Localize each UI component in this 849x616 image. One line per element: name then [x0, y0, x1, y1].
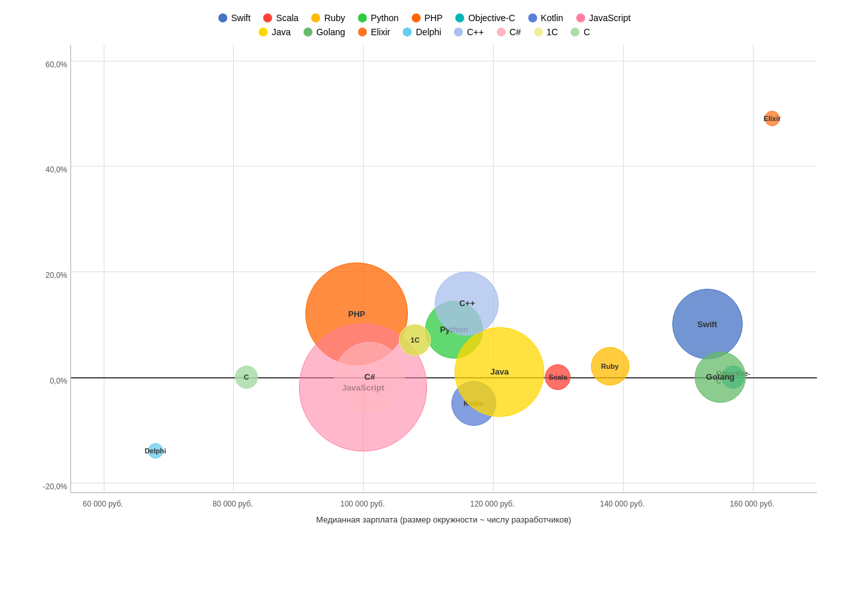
- legend-item: Java: [259, 27, 291, 37]
- y-axis-label: 60,0%: [45, 60, 71, 69]
- y-axis-label: 20,0%: [45, 271, 71, 280]
- legend-item: Swift: [218, 13, 250, 23]
- legend-item: C#: [497, 27, 521, 37]
- grid-line-vertical: [753, 45, 754, 492]
- legend-item: Objective-C: [455, 13, 515, 23]
- bubble-1c: 1C: [399, 324, 431, 356]
- legend-item: Python: [358, 13, 399, 23]
- y-axis-label: 40,0%: [45, 165, 71, 174]
- x-axis-title: Медианная зарплата (размер окружности ~ …: [70, 515, 817, 524]
- grid-line-horizontal: [71, 272, 817, 272]
- legend-item: Delphi: [403, 27, 441, 37]
- legend-item: Kotlin: [528, 13, 563, 23]
- grid-line-horizontal: [71, 166, 817, 166]
- grid-line-vertical: [233, 45, 234, 492]
- x-axis-label: 120 000 руб.: [470, 496, 515, 508]
- legend-item: PHP: [412, 13, 443, 23]
- legend-item: C: [570, 27, 590, 37]
- bubble-elixir: Elixir: [764, 111, 780, 126]
- legend-item: Golang: [303, 27, 345, 37]
- x-axis-label: 140 000 руб.: [600, 496, 645, 508]
- x-axis-label: 80 000 руб.: [213, 496, 253, 508]
- bubble-php: PHP: [305, 263, 408, 365]
- bubble-java: Java: [455, 327, 544, 417]
- legend-item: Scala: [263, 13, 298, 23]
- legend: SwiftScalaRubyPythonPHPObjective-CKotlin…: [13, 13, 836, 38]
- x-axis-label: 60 000 руб.: [83, 496, 123, 508]
- legend-item: C++: [454, 27, 483, 37]
- grid-line-horizontal: [71, 377, 817, 378]
- x-axis-label: 100 000 руб.: [340, 496, 385, 508]
- x-axis-label: 160 000 руб.: [730, 496, 775, 508]
- grid-line-vertical: [623, 45, 624, 492]
- legend-item: Elixir: [358, 27, 390, 37]
- y-axis-label: -20,0%: [43, 482, 71, 491]
- grid-line-vertical: [363, 45, 364, 492]
- legend-item: Ruby: [311, 13, 345, 23]
- legend-item: JavaScript: [576, 13, 631, 23]
- bubble-kotlin: Kotlin: [451, 381, 496, 426]
- bubble-python: Python: [425, 301, 483, 359]
- y-axis-label: 0,0%: [50, 377, 71, 385]
- chart-container: SwiftScalaRubyPythonPHPObjective-CKotlin…: [0, 0, 849, 616]
- grid-line-horizontal: [71, 483, 817, 483]
- bubble-delphi: Delphi: [148, 443, 163, 458]
- bubble-swift: Swift: [672, 289, 743, 359]
- grid-line-vertical: [493, 45, 494, 492]
- legend-item: 1C: [534, 27, 558, 37]
- grid-line-horizontal: [71, 61, 817, 61]
- grid-line-vertical: [104, 45, 104, 492]
- bubble-c--: C++: [435, 272, 499, 336]
